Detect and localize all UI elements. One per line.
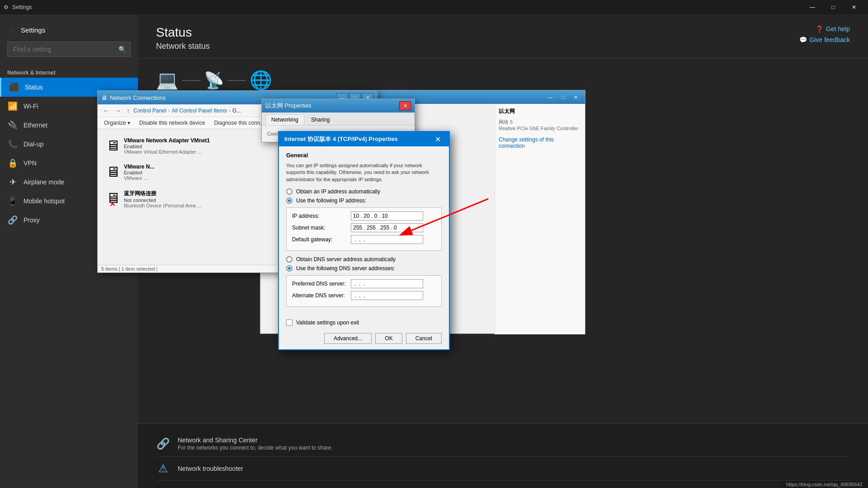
subnet-field: Subnet mask: (292, 223, 436, 232)
page-subtitle: Network status (156, 42, 210, 51)
tcp-dialog-title: Internet 协议版本 4 (TCP/IPv4) Properties (284, 135, 398, 143)
eth-dialog-title: 以太网 Properties (265, 102, 311, 110)
titlebar-controls: — □ ✕ (802, 0, 864, 14)
subnet-field-label: Subnet mask: (292, 225, 351, 231)
breadcrumb: Control Panel › All Control Panel Items … (133, 108, 241, 114)
search-icon: 🔍 (118, 46, 126, 53)
sidebar-item-label: VPN (24, 160, 37, 167)
network-diagram: 💻 📡 🌐 (156, 70, 850, 91)
sidebar-item-label: Airplane mode (24, 178, 64, 186)
organize-btn[interactable]: Organize ▾ (101, 119, 133, 127)
sharing-center-item[interactable]: 🔗 Network and Sharing Center For the net… (156, 431, 850, 457)
radio-auto-dns[interactable]: Obtain DNS server address automatically (286, 256, 442, 263)
ip-address-input[interactable] (351, 211, 423, 221)
device-bluetooth-status: Not connected (124, 197, 201, 203)
nc-window-title: Network Connections (110, 94, 166, 101)
radio-auto-ip[interactable]: Obtain an IP address automatically (286, 188, 442, 195)
computer-icon: 💻 (156, 70, 179, 91)
breadcrumb-current: G... (232, 108, 241, 114)
tcp-ipv4-dialog: Internet 协议版本 4 (TCP/IPv4) Properties ✕ … (278, 131, 450, 350)
ip-fields-group: IP address: Subnet mask: Default gateway… (286, 207, 442, 251)
radio-manual-dns[interactable]: Use the following DNS server addresses: (286, 265, 442, 272)
help-label: Get help (826, 25, 850, 33)
statusbar-text: 5 items | 1 item selected | (101, 266, 157, 272)
validate-checkbox[interactable] (286, 319, 292, 326)
status-maximize-btn[interactable]: □ (557, 93, 569, 102)
radio-manual-ip[interactable]: Use the following IP address: (286, 197, 442, 204)
titlebar-title: ⚙ Settings (4, 4, 32, 10)
status-minimize-btn[interactable]: — (544, 93, 556, 102)
settings-icon: ⚙ (4, 4, 9, 10)
subnet-mask-input[interactable] (351, 223, 423, 232)
status-close-btn[interactable]: ✕ (570, 93, 581, 102)
pref-dns-input[interactable] (351, 279, 423, 288)
tcp-close-btn[interactable]: ✕ (432, 135, 443, 144)
url-bar: https://blog.csdn.net/qq_40695642 (781, 481, 868, 488)
device-vmnet2-info: VMware N... Enabled VMware ... (124, 164, 154, 181)
get-help-link[interactable]: ❓ Get help (816, 25, 850, 33)
change-settings-link[interactable]: Change settings of this connection (499, 136, 581, 149)
sharing-center-label: Network and Sharing Center (178, 436, 333, 444)
eth-close-btn[interactable]: ✕ (399, 101, 411, 110)
back-button[interactable]: ← (7, 25, 17, 34)
breadcrumb-sep2: › (229, 108, 231, 114)
dns-radio-group: Obtain DNS server address automatically … (286, 256, 442, 272)
ethernet-icon: 🔌 (7, 120, 18, 130)
disable-btn[interactable]: Disable this network device (137, 119, 208, 127)
alt-dns-input[interactable] (351, 291, 423, 300)
validate-label: Validate settings upon exit (296, 319, 359, 326)
sharing-icon: 🔗 (156, 437, 170, 450)
nav-forward-btn[interactable]: → (113, 106, 123, 115)
tcp-dialog-buttons: Advanced... OK Cancel (279, 329, 449, 349)
search-wrap: 🔍 (7, 42, 131, 57)
page-title: Status (156, 25, 210, 40)
nav-up-btn[interactable]: ↑ (125, 106, 132, 115)
gateway-field: Default gateway: (292, 235, 436, 244)
radio-auto-ip-btn[interactable] (286, 188, 292, 195)
sidebar-item-label: Dial-up (24, 141, 43, 148)
radio-auto-ip-label: Obtain an IP address automatically (296, 188, 380, 195)
device-bluetooth-name: 蓝牙网络连接 (124, 190, 201, 197)
dns-fields-group: Preferred DNS server: Alternate DNS serv… (286, 275, 442, 307)
ip-field-label: IP address: (292, 213, 351, 219)
device-vmnet2-name: VMware N... (124, 164, 154, 170)
search-input[interactable] (7, 42, 131, 57)
nc-window-icon: 🖥 (101, 94, 107, 101)
diagnose-btn[interactable]: Diagnose this conn... (211, 119, 267, 127)
cancel-button[interactable]: Cancel (406, 333, 442, 344)
radio-manual-dns-btn[interactable] (286, 265, 292, 272)
radio-auto-dns-btn[interactable] (286, 256, 292, 263)
ok-button[interactable]: OK (375, 333, 402, 344)
ip-radio-group: Obtain an IP address automatically Use t… (286, 188, 442, 204)
close-button[interactable]: ✕ (844, 0, 864, 14)
troubleshooter-item[interactable]: ⚠ Network troubleshooter (156, 457, 850, 481)
tab-sharing[interactable]: Sharing (305, 114, 335, 125)
validate-checkbox-row: Validate settings upon exit (286, 319, 442, 326)
feedback-label: Give feedback (810, 36, 850, 43)
wifi-icon: 📶 (7, 101, 18, 111)
sidebar-title-text: Settings (21, 26, 45, 34)
right-panel-sub: 网络 5 (499, 119, 581, 126)
maximize-button[interactable]: □ (823, 0, 844, 14)
device-vmnet2-desc: VMware ... (124, 175, 154, 181)
device-vmnet1-desc: VMware Virtual Ethernet Adapter ... (124, 149, 210, 155)
vpn-icon: 🔒 (7, 158, 18, 168)
airplane-icon: ✈ (7, 177, 18, 187)
diagram-line-2 (228, 80, 246, 81)
status-right-panel: 以太网 网络 5 Realtek PCIe GbE Family Control… (495, 104, 585, 334)
breadcrumb-cp[interactable]: Control Panel (133, 108, 166, 114)
give-feedback-link[interactable]: 💬 Give feedback (799, 36, 850, 43)
sharing-center-sub: For the networks you connect to, decide … (178, 445, 333, 451)
hotspot-icon: 📱 (7, 196, 18, 206)
feedback-icon: 💬 (799, 36, 807, 43)
sidebar-app-name: ← Settings (7, 22, 131, 42)
nav-back-btn[interactable]: ← (101, 106, 111, 115)
status-icon: ⬛ (9, 82, 19, 92)
tab-networking[interactable]: Networking (265, 114, 304, 125)
device-bluetooth-desc: Bluetooth Device (Personal Area ... (124, 203, 201, 208)
gateway-input[interactable] (351, 235, 423, 244)
advanced-button[interactable]: Advanced... (324, 333, 372, 344)
minimize-button[interactable]: — (802, 0, 823, 14)
breadcrumb-all[interactable]: All Control Panel Items (172, 108, 227, 114)
radio-manual-ip-btn[interactable] (286, 197, 292, 204)
